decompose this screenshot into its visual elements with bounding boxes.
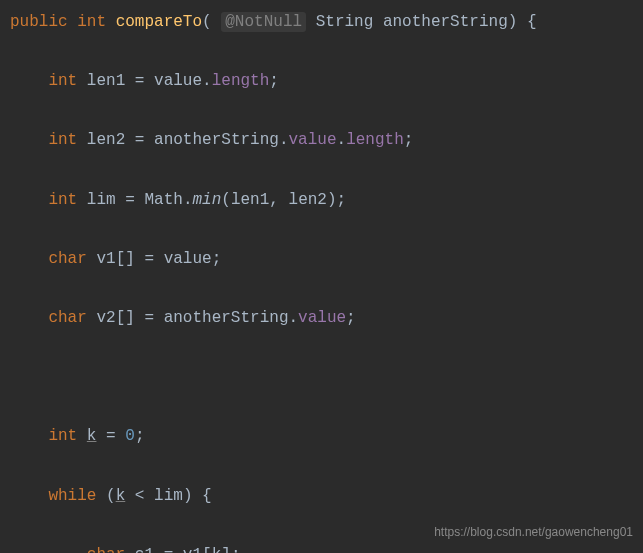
code-line: int k = 0; xyxy=(10,422,633,452)
code-line: while (k < lim) { xyxy=(10,482,633,512)
code-line: int len1 = value.length; xyxy=(10,67,633,97)
code-line xyxy=(10,363,633,393)
code-line: public int compareTo( @NotNull String an… xyxy=(10,8,633,38)
watermark-text: https://blog.csdn.net/gaowencheng01 xyxy=(434,521,633,543)
code-block: public int compareTo( @NotNull String an… xyxy=(10,8,633,553)
code-line: int len2 = anotherString.value.length; xyxy=(10,126,633,156)
code-line: char v2[] = anotherString.value; xyxy=(10,304,633,334)
code-line: char v1[] = value; xyxy=(10,245,633,275)
code-line: int lim = Math.min(len1, len2); xyxy=(10,186,633,216)
